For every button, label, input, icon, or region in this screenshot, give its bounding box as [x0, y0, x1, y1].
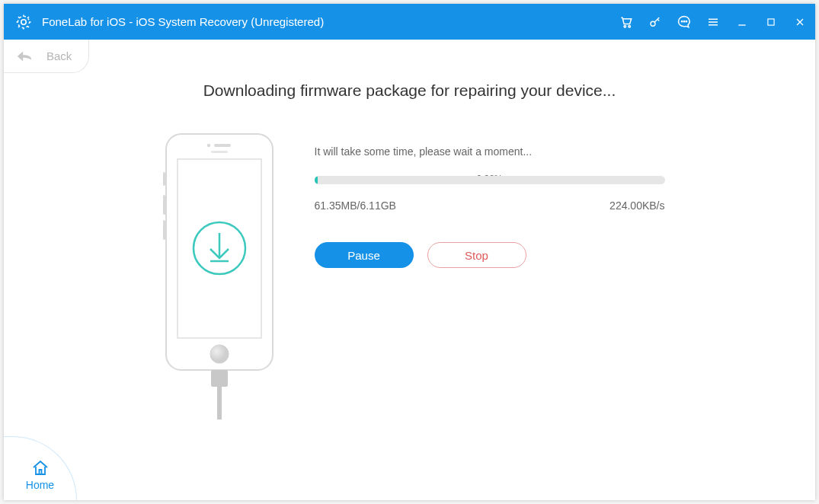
stop-label: Stop — [465, 249, 488, 262]
main-row: It will take some time, please wait a mo… — [155, 130, 665, 419]
svg-rect-17 — [163, 172, 165, 186]
svg-rect-20 — [211, 370, 228, 387]
progress-wrap: 0.98% — [315, 176, 665, 184]
app-logo-icon — [14, 13, 33, 31]
page-headline: Downloading firmware package for repairi… — [203, 81, 616, 100]
titlebar: FoneLab for iOS - iOS System Recovery (U… — [4, 4, 815, 40]
progress-bar — [315, 176, 665, 184]
svg-rect-19 — [163, 220, 165, 240]
wait-message: It will take some time, please wait a mo… — [315, 145, 665, 158]
key-icon[interactable] — [648, 14, 663, 30]
stop-button[interactable]: Stop — [427, 242, 526, 268]
svg-point-2 — [629, 25, 631, 27]
svg-point-6 — [686, 21, 686, 21]
button-row: Pause Stop — [315, 242, 665, 268]
phone-illustration — [155, 130, 284, 419]
home-label: Home — [26, 479, 54, 491]
window-controls — [619, 14, 808, 30]
home-button[interactable]: Home — [4, 436, 77, 500]
svg-rect-10 — [214, 144, 231, 147]
app-window: FoneLab for iOS - iOS System Recovery (U… — [4, 4, 815, 500]
svg-rect-21 — [217, 387, 222, 419]
feedback-icon[interactable] — [677, 14, 692, 30]
svg-point-3 — [651, 21, 655, 26]
content-area: Downloading firmware package for repairi… — [4, 40, 815, 500]
download-speed: 224.00KB/s — [609, 199, 664, 212]
svg-point-4 — [681, 21, 682, 21]
home-icon — [31, 459, 50, 476]
svg-rect-7 — [768, 18, 774, 24]
svg-point-9 — [206, 144, 210, 147]
svg-point-5 — [683, 21, 684, 21]
svg-rect-18 — [163, 195, 165, 215]
svg-point-16 — [210, 345, 229, 363]
minimize-button[interactable] — [734, 14, 750, 30]
svg-rect-11 — [211, 151, 228, 153]
download-size: 61.35MB/6.11GB — [315, 199, 396, 212]
maximize-button[interactable] — [763, 14, 779, 30]
menu-icon[interactable] — [705, 14, 721, 30]
close-button[interactable] — [792, 14, 808, 30]
window-title: FoneLab for iOS - iOS System Recovery (U… — [42, 15, 324, 28]
pause-label: Pause — [347, 249, 380, 262]
download-panel: It will take some time, please wait a mo… — [315, 130, 665, 268]
download-stats: 61.35MB/6.11GB 224.00KB/s — [315, 199, 665, 212]
svg-point-0 — [21, 19, 26, 24]
pause-button[interactable]: Pause — [315, 242, 414, 268]
svg-point-1 — [624, 25, 626, 27]
cart-icon[interactable] — [619, 14, 634, 30]
